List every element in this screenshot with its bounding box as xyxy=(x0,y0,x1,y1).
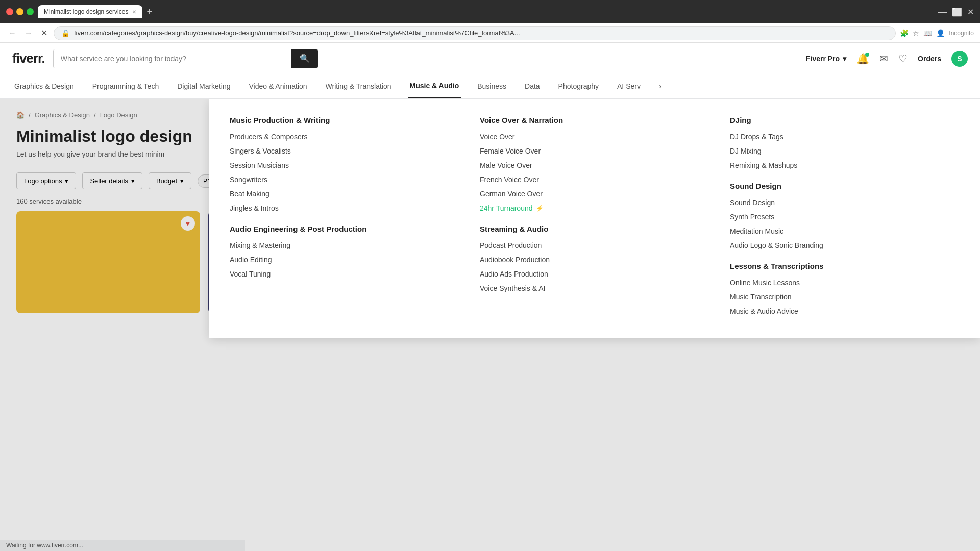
tab-title: Minimalist logo design services xyxy=(44,8,128,15)
menu-item-dj-drops[interactable]: DJ Drops & Tags xyxy=(730,133,960,141)
menu-item-online-lessons[interactable]: Online Music Lessons xyxy=(730,279,960,287)
mega-menu: Music Production & Writing Producers & C… xyxy=(209,99,980,338)
nav-item-photography[interactable]: Photography xyxy=(556,74,601,98)
djing-title: DJing xyxy=(730,116,960,124)
nav-item-video[interactable]: Video & Animation xyxy=(247,74,309,98)
search-button[interactable]: 🔍 xyxy=(291,49,318,68)
nav-item-programming[interactable]: Programming & Tech xyxy=(90,74,161,98)
favorites-icon[interactable]: ♡ xyxy=(898,53,908,65)
page-area: 🏠 / Graphics & Design / Logo Design Mini… xyxy=(0,99,980,551)
bookmark-button[interactable]: ☆ xyxy=(913,29,919,37)
menu-item-meditation-music[interactable]: Meditation Music xyxy=(730,227,960,235)
nav-item-music[interactable]: Music & Audio xyxy=(408,74,461,98)
restore-browser-button[interactable]: ⬜ xyxy=(952,7,962,17)
sound-design-title: Sound Design xyxy=(730,182,960,190)
incognito-label: Incognito xyxy=(949,30,974,37)
header-right: Fiverr Pro ▾ 🔔 ✉ ♡ Orders S xyxy=(806,51,968,67)
extensions-button[interactable]: 🧩 xyxy=(900,29,909,37)
24hr-label: 24hr Turnaround xyxy=(480,204,533,212)
audio-engineering-title: Audio Engineering & Post Production xyxy=(230,224,459,233)
menu-item-synth-presets[interactable]: Synth Presets xyxy=(730,213,960,221)
menu-item-session-musicians[interactable]: Session Musicians xyxy=(230,161,459,169)
menu-item-voice-synthesis[interactable]: Voice Synthesis & AI xyxy=(480,284,709,292)
tab-close-icon[interactable]: ✕ xyxy=(132,9,136,15)
menu-item-singers[interactable]: Singers & Vocalists xyxy=(230,147,459,155)
streaming-audio-title: Streaming & Audio xyxy=(480,224,709,233)
menu-item-producers[interactable]: Producers & Composers xyxy=(230,133,459,141)
orders-button[interactable]: Orders xyxy=(918,55,941,63)
fiverr-site: fiverr. 🔍 Fiverr Pro ▾ 🔔 ✉ ♡ Orders S Gr… xyxy=(0,43,980,551)
nav-item-data[interactable]: Data xyxy=(523,74,542,98)
menu-item-jingles[interactable]: Jingles & Intros xyxy=(230,204,459,212)
back-button[interactable]: ← xyxy=(6,27,18,40)
menu-item-remixing[interactable]: Remixing & Mashups xyxy=(730,161,960,169)
messages-icon[interactable]: ✉ xyxy=(879,53,888,65)
menu-item-music-advice[interactable]: Music & Audio Advice xyxy=(730,307,960,315)
menu-item-podcast[interactable]: Podcast Production xyxy=(480,241,709,249)
menu-item-mixing[interactable]: Mixing & Mastering xyxy=(230,241,459,249)
menu-col-1: Music Production & Writing Producers & C… xyxy=(230,116,459,321)
fiverr-logo[interactable]: fiverr. xyxy=(12,51,45,66)
avatar[interactable]: S xyxy=(951,51,968,67)
nav-item-business[interactable]: Business xyxy=(475,74,508,98)
fiverr-pro-button[interactable]: Fiverr Pro ▾ xyxy=(806,55,846,63)
browser-actions: 🧩 ☆ 📖 👤 Incognito xyxy=(900,29,974,37)
minimize-window-button[interactable] xyxy=(16,8,23,15)
menu-item-dj-mixing[interactable]: DJ Mixing xyxy=(730,147,960,155)
music-production-title: Music Production & Writing xyxy=(230,116,459,124)
nav-item-graphics[interactable]: Graphics & Design xyxy=(12,74,76,98)
menu-item-24hr[interactable]: 24hr Turnaround ⚡ xyxy=(480,204,709,212)
notifications-icon[interactable]: 🔔 xyxy=(856,53,869,65)
close-browser-button[interactable]: ✕ xyxy=(967,7,974,17)
lightning-icon: ⚡ xyxy=(536,205,544,212)
address-bar: ← → ✕ 🔒 fiverr.com/categories/graphics-d… xyxy=(0,23,980,43)
nav-item-digital-marketing[interactable]: Digital Marketing xyxy=(175,74,232,98)
url-bar[interactable]: 🔒 fiverr.com/categories/graphics-design/… xyxy=(54,26,896,40)
active-tab[interactable]: Minimalist logo design services ✕ xyxy=(38,5,142,18)
menu-item-french-voice[interactable]: French Voice Over xyxy=(480,176,709,184)
menu-item-female-voice[interactable]: Female Voice Over xyxy=(480,147,709,155)
menu-item-male-voice[interactable]: Male Voice Over xyxy=(480,161,709,169)
new-tab-button[interactable]: + xyxy=(144,7,154,17)
menu-col-2: Voice Over & Narration Voice Over Female… xyxy=(480,116,709,321)
fiverr-pro-label: Fiverr Pro xyxy=(806,55,840,63)
maximize-window-button[interactable] xyxy=(27,8,34,15)
menu-col-3: DJing DJ Drops & Tags DJ Mixing Remixing… xyxy=(730,116,960,321)
browser-chrome: Minimalist logo design services ✕ + — ⬜ … xyxy=(0,0,980,23)
nav-item-writing[interactable]: Writing & Translation xyxy=(324,74,394,98)
search-input[interactable] xyxy=(54,49,291,68)
notification-dot xyxy=(865,53,869,57)
menu-item-voice-over[interactable]: Voice Over xyxy=(480,133,709,141)
tab-bar: Minimalist logo design services ✕ + xyxy=(38,5,934,18)
forward-button[interactable]: → xyxy=(22,27,35,40)
menu-item-audio-ads[interactable]: Audio Ads Production xyxy=(480,270,709,278)
profile-button[interactable]: 👤 xyxy=(936,29,945,37)
logo-text: fiverr xyxy=(12,51,42,66)
menu-item-sound-design[interactable]: Sound Design xyxy=(730,198,960,207)
menu-item-beat-making[interactable]: Beat Making xyxy=(230,190,459,198)
nav-more-icon[interactable]: › xyxy=(659,82,662,91)
search-bar: 🔍 xyxy=(53,49,318,68)
menu-item-songwriters[interactable]: Songwriters xyxy=(230,176,459,184)
menu-item-german-voice[interactable]: German Voice Over xyxy=(480,190,709,198)
close-window-button[interactable] xyxy=(6,8,13,15)
nav-item-ai[interactable]: AI Serv xyxy=(615,74,643,98)
minimize-browser-button[interactable]: — xyxy=(938,7,947,17)
site-header: fiverr. 🔍 Fiverr Pro ▾ 🔔 ✉ ♡ Orders S xyxy=(0,43,980,74)
chevron-down-icon: ▾ xyxy=(843,55,846,63)
nav-bar: Graphics & Design Programming & Tech Dig… xyxy=(0,74,980,99)
reader-button[interactable]: 📖 xyxy=(923,29,932,37)
menu-item-audio-editing[interactable]: Audio Editing xyxy=(230,256,459,264)
window-controls xyxy=(6,8,34,15)
menu-item-vocal-tuning[interactable]: Vocal Tuning xyxy=(230,270,459,278)
menu-item-audiobook[interactable]: Audiobook Production xyxy=(480,256,709,264)
menu-item-audio-logo[interactable]: Audio Logo & Sonic Branding xyxy=(730,241,960,249)
lessons-transcriptions-title: Lessons & Transcriptions xyxy=(730,262,960,270)
url-text: fiverr.com/categories/graphics-design/bu… xyxy=(74,29,888,37)
lock-icon: 🔒 xyxy=(61,29,70,37)
logo-dot: . xyxy=(42,51,45,66)
reload-button[interactable]: ✕ xyxy=(39,26,50,40)
menu-item-music-transcription[interactable]: Music Transcription xyxy=(730,293,960,301)
voice-over-title: Voice Over & Narration xyxy=(480,116,709,124)
